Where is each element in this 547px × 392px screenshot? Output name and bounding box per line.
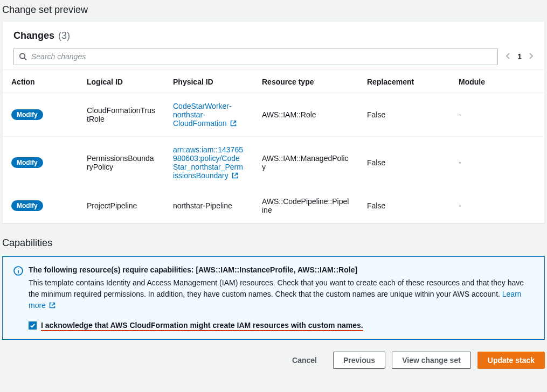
view-change-set-button[interactable]: View change set — [392, 352, 471, 369]
capabilities-info-box: The following resource(s) require capabi… — [2, 256, 545, 340]
cell-resource: AWS::IAM::Role — [253, 93, 358, 137]
svg-point-0 — [20, 53, 25, 58]
update-stack-button[interactable]: Update stack — [477, 352, 545, 369]
cell-logical: CloudFormationTrustRole — [78, 93, 164, 137]
col-physical[interactable]: Physical ID — [164, 70, 253, 93]
changes-panel: Changes (3) 1 — [2, 21, 545, 223]
changes-heading-text: Changes — [13, 30, 54, 41]
info-title: The following resource(s) require capabi… — [29, 265, 534, 274]
cell-resource: AWS::CodePipeline::Pipeline — [253, 188, 358, 223]
cell-replacement: False — [358, 93, 450, 137]
cell-module: - — [450, 188, 544, 223]
cell-logical: PermissionsBoundaryPolicy — [78, 137, 164, 189]
search-input[interactable] — [13, 48, 498, 65]
pager: 1 — [506, 52, 534, 61]
table-row: Modify CloudFormationTrustRole CodeStarW… — [3, 93, 544, 137]
col-replacement[interactable]: Replacement — [358, 70, 450, 93]
cell-physical: northstar-Pipeline — [164, 188, 253, 223]
cancel-button[interactable]: Cancel — [282, 352, 327, 369]
action-badge: Modify — [11, 109, 43, 120]
changes-count: (3) — [58, 30, 70, 41]
action-badge: Modify — [11, 200, 43, 211]
previous-button[interactable]: Previous — [333, 352, 385, 369]
pager-next[interactable] — [528, 52, 534, 61]
cell-module: - — [450, 137, 544, 189]
physical-link-text: CodeStarWorker-northstar-CloudFormation — [173, 102, 232, 128]
search-wrap — [13, 48, 498, 65]
ack-label[interactable]: I acknowledge that AWS CloudFormation mi… — [41, 321, 363, 331]
physical-link[interactable]: CodeStarWorker-northstar-CloudFormation — [173, 102, 237, 128]
external-link-icon — [232, 172, 238, 179]
col-logical[interactable]: Logical ID — [78, 70, 164, 93]
table-row: Modify ProjectPipeline northstar-Pipelin… — [3, 188, 544, 223]
external-link-icon — [49, 302, 56, 309]
table-row: Modify PermissionsBoundaryPolicy arn:aws… — [3, 137, 544, 189]
footer-buttons: Cancel Previous View change set Update s… — [2, 352, 545, 369]
capabilities-title: Capabilities — [2, 237, 545, 249]
ack-checkbox[interactable] — [29, 321, 37, 330]
cell-resource: AWS::IAM::ManagedPolicy — [253, 137, 358, 189]
changes-heading: Changes (3) — [13, 30, 70, 41]
cell-replacement: False — [358, 137, 450, 189]
info-body-text: This template contains Identity and Acce… — [29, 278, 524, 298]
pager-current: 1 — [517, 52, 522, 61]
action-badge: Modify — [11, 157, 43, 168]
chevron-right-icon — [528, 52, 534, 60]
info-icon — [13, 266, 23, 276]
svg-point-6 — [18, 268, 18, 269]
col-resource[interactable]: Resource type — [253, 70, 358, 93]
cell-logical: ProjectPipeline — [78, 188, 164, 223]
page-title: Change set preview — [2, 4, 545, 16]
svg-line-7 — [52, 303, 54, 306]
search-icon — [19, 53, 27, 61]
cell-replacement: False — [358, 188, 450, 223]
col-action[interactable]: Action — [3, 70, 78, 93]
svg-line-3 — [234, 173, 237, 176]
svg-line-2 — [233, 121, 236, 124]
col-module[interactable]: Module — [450, 70, 544, 93]
external-link-icon — [230, 120, 237, 127]
pager-prev[interactable] — [506, 52, 511, 61]
info-body: This template contains Identity and Acce… — [29, 277, 534, 311]
check-icon — [30, 323, 36, 328]
cell-module: - — [450, 93, 544, 137]
physical-link[interactable]: arn:aws:iam::143765980603:policy/CodeSta… — [173, 145, 243, 180]
changes-table: Action Logical ID Physical ID Resource t… — [3, 69, 544, 223]
chevron-left-icon — [506, 52, 511, 60]
svg-line-1 — [24, 58, 26, 60]
